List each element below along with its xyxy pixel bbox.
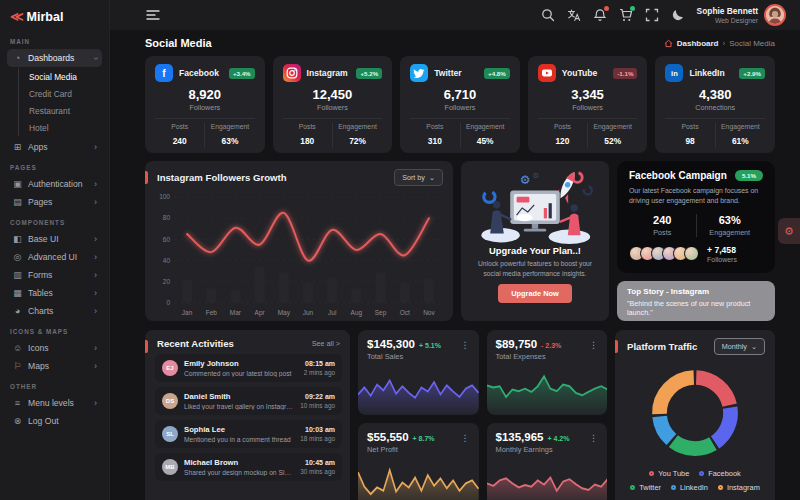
language-icon[interactable] (567, 8, 581, 22)
sidebar-item-forms[interactable]: ▥Forms› (7, 266, 102, 284)
upgrade-description: Unlock powerful features to boost your s… (471, 259, 599, 278)
svg-text:40: 40 (163, 257, 171, 264)
sidebar-subitem-hotel[interactable]: Hotel (27, 119, 102, 136)
user-role: Web Designer (697, 17, 758, 24)
network-name: Twitter (434, 68, 478, 78)
activity-ago: 10 mins ago (300, 402, 335, 409)
top-story-card[interactable]: Top Story - Instagram "Behind the scenes… (617, 281, 775, 321)
mini-stat-card-net-profit: $55,550+ 8.7%⋮Net Profit (358, 423, 479, 500)
activity-item-daniel-smith: DSDaniel SmithLiked your travel gallery … (155, 387, 342, 415)
stat-label: Net Profit (367, 445, 470, 454)
svg-text:Sep: Sep (375, 309, 387, 317)
posts-stat: Posts240 (155, 123, 204, 148)
authentication-icon: ▣ (12, 179, 23, 189)
stat-value: $135,965 (496, 431, 544, 443)
activity-ago: 2 mins ago (304, 369, 335, 376)
campaign-avatars (629, 246, 699, 261)
sidebar-item-charts[interactable]: ◕Charts› (7, 302, 102, 320)
chevron-icon: › (94, 271, 97, 280)
stat-label: Total Sales (367, 352, 470, 361)
sidebar-nav: MAIN◔Dashboards›Social MediaCredit CardR… (0, 30, 109, 500)
sidebar-item-authentication[interactable]: ▣Authentication› (7, 175, 102, 193)
app-window: ≪ Mirbal MAIN◔Dashboards›Social MediaCre… (0, 0, 800, 500)
svg-text:Feb: Feb (206, 309, 218, 316)
svg-text:Jul: Jul (328, 309, 337, 316)
posts-stat: Posts98 (665, 123, 714, 148)
svg-text:Nov: Nov (423, 309, 435, 316)
sidebar-subitem-credit-card[interactable]: Credit Card (27, 85, 102, 102)
topbar: Sophie Bennett Web Designer (110, 0, 800, 30)
traffic-filter-dropdown[interactable]: Monthly ⌄ (714, 338, 765, 355)
sidebar-item-tables[interactable]: ▦Tables› (7, 284, 102, 302)
svg-text:Oct: Oct (400, 309, 410, 316)
activity-user-name: Daniel Smith (184, 392, 294, 401)
sidebar-item-dashboards[interactable]: ◔Dashboards› (7, 49, 102, 67)
social-cards-row: fFacebook+3.4%8,920FollowersPosts240Enga… (145, 56, 775, 153)
legend-item-twitter[interactable]: Twitter (630, 483, 661, 492)
upgrade-now-button[interactable]: Upgrade Now (498, 284, 572, 303)
legend-dot (718, 485, 723, 490)
sidebar-item-menu-levels[interactable]: ≡Menu levels› (7, 394, 102, 412)
nav-section-label: PAGES (10, 164, 99, 171)
chevron-down-icon: ⌄ (751, 342, 757, 351)
cart-icon[interactable] (619, 8, 633, 22)
card-accent (615, 340, 618, 353)
see-all-link[interactable]: See all > (312, 339, 340, 348)
card-accent (145, 340, 148, 353)
social-card-facebook: fFacebook+3.4%8,920FollowersPosts240Enga… (145, 56, 265, 153)
twitter-icon (410, 64, 428, 82)
base-ui-icon: ◧ (12, 234, 23, 244)
kebab-menu-icon[interactable]: ⋮ (461, 434, 470, 443)
legend-dot (630, 485, 635, 490)
campaign-followers: + 7,458Followers (707, 245, 737, 263)
sidebar-item-apps[interactable]: ⊞Apps› (7, 138, 102, 156)
kebab-menu-icon[interactable]: ⋮ (461, 341, 470, 350)
svg-text:May: May (278, 309, 291, 317)
legend-item-instagram[interactable]: Instagram (718, 483, 760, 492)
kebab-menu-icon[interactable]: ⋮ (589, 434, 598, 443)
menu-icon[interactable] (146, 8, 160, 22)
sidebar-subitem-restaurant[interactable]: Restaurant (27, 102, 102, 119)
engagement-stat: Engagement52% (587, 123, 637, 148)
legend-item-linkedin[interactable]: LinkedIn (671, 483, 708, 492)
activity-item-emily-johnson: EJEmily JohnsonCommented on your latest … (155, 354, 342, 382)
chevron-icon: › (94, 253, 97, 262)
sidebar-item-advanced-ui[interactable]: ◎Advanced UI› (7, 248, 102, 266)
stat-delta: + 8.7% (413, 435, 435, 442)
settings-gear-button[interactable]: ⚙ (778, 218, 800, 244)
svg-text:20: 20 (163, 278, 171, 285)
dark-mode-icon[interactable] (671, 8, 685, 22)
activity-ago: 18 mins ago (300, 435, 335, 442)
sidebar-item-base-ui[interactable]: ◧Base UI› (7, 230, 102, 248)
sidebar-subitem-social-media[interactable]: Social Media (27, 68, 102, 85)
growth-badge: +2.9% (739, 68, 765, 79)
chevron-icon: › (94, 180, 97, 189)
nav-section-label: MAIN (10, 38, 99, 45)
brand-logo[interactable]: ≪ Mirbal (0, 0, 109, 30)
engagement-stat: Engagement45% (460, 123, 510, 148)
notifications-icon[interactable] (593, 8, 607, 22)
stat-value: $145,300 (367, 338, 415, 350)
sidebar-item-log-out[interactable]: ⊗Log Out (7, 412, 102, 430)
follower-count: 6,710 (410, 87, 510, 102)
sort-by-dropdown[interactable]: Sort by ⌄ (394, 169, 443, 186)
sidebar-item-pages[interactable]: ▤Pages› (7, 193, 102, 211)
activity-action: Liked your travel gallery on Instagram (184, 403, 294, 410)
breadcrumb-dashboard[interactable]: Dashboard (677, 39, 719, 48)
engagement-stat: Engagement61% (715, 123, 765, 148)
svg-text:80: 80 (163, 214, 171, 221)
social-card-instagram: Instagram+5.2%12,450FollowersPosts180Eng… (273, 56, 393, 153)
user-menu[interactable]: Sophie Bennett Web Designer (697, 4, 786, 26)
activity-action: Mentioned you in a comment thread (184, 436, 294, 443)
legend-item-you-tube[interactable]: You Tube (649, 469, 689, 478)
campaign-description: Our latest Facebook campaign focuses on … (629, 186, 763, 207)
sidebar-item-icons[interactable]: ☺Icons› (7, 339, 102, 357)
follower-label: Followers (410, 103, 510, 112)
sparkline-chart (358, 364, 479, 415)
search-icon[interactable] (541, 8, 555, 22)
fullscreen-icon[interactable] (645, 8, 659, 22)
kebab-menu-icon[interactable]: ⋮ (589, 341, 598, 350)
legend-item-facebook[interactable]: Facebook (699, 469, 740, 478)
sidebar-item-maps[interactable]: ⚐Maps› (7, 357, 102, 375)
follower-label: Connections (665, 103, 765, 112)
